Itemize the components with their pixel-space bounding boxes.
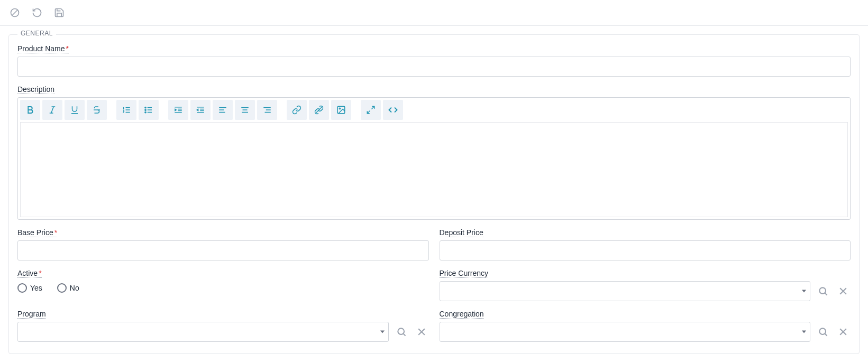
product-name-input[interactable]	[17, 57, 851, 77]
svg-point-15	[145, 111, 146, 113]
bold-icon	[25, 105, 35, 115]
undo-icon	[32, 7, 42, 18]
radio-icon	[17, 283, 27, 293]
fieldset-legend: GENERAL	[17, 30, 56, 37]
align-center-icon	[240, 105, 250, 115]
close-icon	[838, 286, 848, 296]
unordered-list-icon	[144, 105, 153, 115]
align-right-icon	[262, 105, 272, 115]
svg-point-46	[819, 328, 826, 334]
svg-point-38	[819, 287, 826, 294]
svg-line-33	[316, 107, 322, 113]
base-price-input[interactable]	[17, 240, 429, 260]
required-marker: *	[54, 228, 57, 237]
unlink-icon	[314, 105, 324, 115]
price-currency-label: Price Currency	[440, 269, 489, 278]
image-button[interactable]	[331, 100, 351, 120]
congregation-search-button[interactable]	[816, 324, 830, 339]
svg-line-43	[403, 334, 405, 336]
align-right-button[interactable]	[257, 100, 277, 120]
price-currency-search-button[interactable]	[816, 284, 830, 299]
fullscreen-icon	[366, 105, 376, 115]
search-icon	[818, 286, 828, 296]
ordered-list-icon	[122, 105, 131, 115]
cancel-button[interactable]	[8, 6, 21, 19]
program-label: Program	[17, 310, 46, 319]
align-center-button[interactable]	[235, 100, 255, 120]
close-icon	[416, 327, 427, 337]
link-button[interactable]	[287, 100, 307, 120]
unlink-button[interactable]	[309, 100, 329, 120]
strikethrough-button[interactable]	[87, 100, 107, 120]
description-editor	[17, 97, 851, 220]
save-button[interactable]	[53, 6, 66, 19]
search-icon	[818, 327, 828, 337]
active-radio-group: Yes No	[17, 281, 429, 293]
program-clear-button[interactable]	[414, 324, 429, 339]
align-left-icon	[218, 105, 227, 115]
cancel-icon	[10, 7, 20, 18]
active-yes-option[interactable]: Yes	[17, 283, 42, 293]
description-label: Description	[17, 85, 54, 94]
price-currency-input[interactable]	[440, 281, 811, 301]
required-marker: *	[39, 269, 41, 277]
save-icon	[54, 7, 65, 18]
editor-toolbar	[18, 98, 850, 122]
svg-line-39	[825, 293, 827, 295]
italic-icon	[48, 105, 57, 115]
svg-line-36	[372, 106, 374, 109]
congregation-label: Congregation	[440, 310, 484, 319]
price-currency-clear-button[interactable]	[836, 284, 851, 299]
outdent-icon	[196, 105, 205, 115]
svg-point-35	[339, 108, 340, 109]
underline-icon	[70, 105, 79, 115]
top-toolbar	[0, 0, 868, 26]
code-icon	[388, 105, 398, 115]
outdent-button[interactable]	[190, 100, 211, 120]
general-fieldset: GENERAL Product Name* Description	[8, 34, 860, 354]
program-input[interactable]	[17, 322, 389, 342]
radio-label: No	[70, 284, 79, 292]
bold-button[interactable]	[20, 100, 40, 120]
base-price-label: Base Price*	[17, 228, 57, 237]
radio-label: Yes	[30, 284, 42, 292]
congregation-input[interactable]	[440, 322, 811, 342]
svg-line-1	[12, 10, 17, 15]
indent-button[interactable]	[168, 100, 188, 120]
active-no-option[interactable]: No	[57, 283, 79, 293]
link-icon	[292, 105, 301, 115]
label-text: Base Price	[17, 228, 53, 237]
program-search-button[interactable]	[394, 324, 409, 339]
deposit-price-label: Deposit Price	[440, 228, 483, 237]
image-icon	[336, 105, 346, 115]
close-icon	[838, 327, 848, 337]
underline-button[interactable]	[65, 100, 85, 120]
unordered-list-button[interactable]	[139, 100, 159, 120]
indent-icon	[173, 105, 183, 115]
congregation-clear-button[interactable]	[836, 324, 851, 339]
svg-point-14	[145, 109, 146, 110]
deposit-price-input[interactable]	[440, 240, 851, 260]
svg-line-37	[367, 111, 370, 114]
required-marker: *	[66, 44, 68, 53]
label-text: Product Name	[17, 44, 65, 53]
radio-icon	[57, 283, 67, 293]
ordered-list-button[interactable]	[116, 100, 136, 120]
product-name-label: Product Name*	[17, 44, 69, 53]
svg-line-4	[51, 107, 54, 113]
active-label: Active*	[17, 269, 42, 278]
svg-point-42	[398, 328, 404, 334]
strikethrough-icon	[92, 105, 102, 115]
svg-line-47	[825, 334, 827, 336]
search-icon	[396, 327, 407, 337]
code-view-button[interactable]	[383, 100, 403, 120]
label-text: Active	[17, 269, 38, 277]
fullscreen-button[interactable]	[361, 100, 381, 120]
align-left-button[interactable]	[213, 100, 233, 120]
italic-button[interactable]	[42, 100, 62, 120]
undo-button[interactable]	[31, 6, 43, 19]
svg-point-13	[145, 107, 146, 108]
description-content[interactable]	[20, 122, 848, 217]
